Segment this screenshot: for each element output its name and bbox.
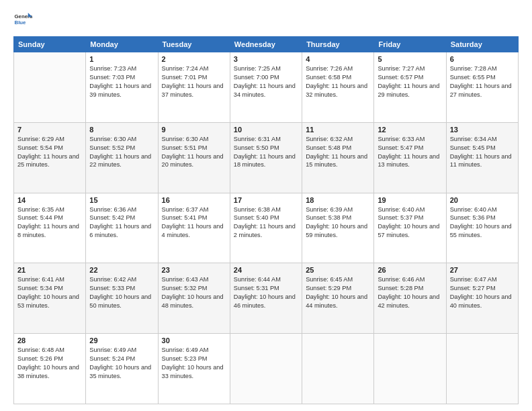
day-info: Sunrise: 7:24 AMSunset: 7:01 PMDaylight:… (162, 64, 226, 99)
day-info: Sunrise: 7:23 AMSunset: 7:03 PMDaylight:… (89, 64, 154, 99)
calendar-table: SundayMondayTuesdayWednesdayThursdayFrid… (13, 36, 519, 404)
calendar-cell: 6Sunrise: 7:28 AMSunset: 6:55 PMDaylight… (446, 52, 518, 123)
calendar-cell: 13Sunrise: 6:34 AMSunset: 5:45 PMDayligh… (446, 122, 518, 193)
calendar-cell: 1Sunrise: 7:23 AMSunset: 7:03 PMDaylight… (86, 52, 158, 123)
day-number: 26 (378, 266, 442, 274)
day-number: 2 (162, 55, 226, 63)
day-info: Sunrise: 6:37 AMSunset: 5:41 PMDaylight:… (162, 205, 226, 240)
day-number: 6 (450, 55, 515, 63)
calendar-cell (374, 334, 446, 404)
calendar-cell: 23Sunrise: 6:43 AMSunset: 5:32 PMDayligh… (158, 263, 230, 334)
day-info: Sunrise: 6:30 AMSunset: 5:52 PMDaylight:… (89, 135, 154, 170)
day-number: 18 (306, 196, 370, 204)
day-number: 21 (17, 266, 82, 274)
calendar-cell: 17Sunrise: 6:38 AMSunset: 5:40 PMDayligh… (230, 193, 302, 263)
weekday-header-tuesday: Tuesday (158, 37, 230, 52)
day-number: 13 (450, 126, 515, 134)
calendar-cell: 11Sunrise: 6:32 AMSunset: 5:48 PMDayligh… (302, 122, 374, 193)
calendar-cell (446, 334, 518, 404)
day-info: Sunrise: 6:47 AMSunset: 5:27 PMDaylight:… (450, 275, 515, 310)
calendar-cell: 15Sunrise: 6:36 AMSunset: 5:42 PMDayligh… (86, 193, 158, 263)
day-info: Sunrise: 6:45 AMSunset: 5:29 PMDaylight:… (306, 275, 370, 310)
day-info: Sunrise: 6:42 AMSunset: 5:33 PMDaylight:… (89, 275, 154, 310)
day-info: Sunrise: 6:41 AMSunset: 5:34 PMDaylight:… (17, 275, 82, 310)
day-info: Sunrise: 6:39 AMSunset: 5:38 PMDaylight:… (306, 205, 370, 240)
day-info: Sunrise: 6:35 AMSunset: 5:44 PMDaylight:… (17, 205, 82, 240)
day-number: 28 (17, 336, 82, 345)
calendar-week-5: 28Sunrise: 6:48 AMSunset: 5:26 PMDayligh… (14, 334, 519, 404)
calendar-cell (230, 334, 302, 404)
day-info: Sunrise: 6:30 AMSunset: 5:51 PMDaylight:… (162, 135, 226, 170)
calendar-cell: 26Sunrise: 6:46 AMSunset: 5:28 PMDayligh… (374, 263, 446, 334)
calendar-cell: 5Sunrise: 7:27 AMSunset: 6:57 PMDaylight… (374, 52, 446, 123)
logo: General Blue (13, 11, 35, 30)
header: General Blue (13, 11, 519, 30)
day-info: Sunrise: 6:49 AMSunset: 5:23 PMDaylight:… (162, 346, 226, 381)
calendar-cell: 18Sunrise: 6:39 AMSunset: 5:38 PMDayligh… (302, 193, 374, 263)
calendar-cell (302, 334, 374, 404)
day-number: 12 (378, 126, 442, 134)
calendar-cell: 29Sunrise: 6:49 AMSunset: 5:24 PMDayligh… (86, 334, 158, 404)
calendar-week-2: 7Sunrise: 6:29 AMSunset: 5:54 PMDaylight… (14, 122, 519, 193)
day-info: Sunrise: 7:27 AMSunset: 6:57 PMDaylight:… (378, 64, 442, 99)
day-info: Sunrise: 6:46 AMSunset: 5:28 PMDaylight:… (378, 275, 442, 310)
svg-text:Blue: Blue (15, 19, 27, 26)
calendar-header-row: SundayMondayTuesdayWednesdayThursdayFrid… (14, 37, 519, 52)
weekday-header-wednesday: Wednesday (230, 37, 302, 52)
day-number: 7 (17, 126, 82, 134)
day-info: Sunrise: 6:32 AMSunset: 5:48 PMDaylight:… (306, 135, 370, 170)
day-number: 29 (89, 336, 154, 345)
calendar-cell: 8Sunrise: 6:30 AMSunset: 5:52 PMDaylight… (86, 122, 158, 193)
day-number: 14 (17, 196, 82, 204)
day-number: 4 (306, 55, 370, 63)
calendar-cell: 16Sunrise: 6:37 AMSunset: 5:41 PMDayligh… (158, 193, 230, 263)
weekday-header-sunday: Sunday (14, 37, 86, 52)
day-number: 17 (234, 196, 298, 204)
day-info: Sunrise: 7:26 AMSunset: 6:58 PMDaylight:… (306, 64, 370, 99)
calendar-cell: 30Sunrise: 6:49 AMSunset: 5:23 PMDayligh… (158, 334, 230, 404)
calendar-cell: 20Sunrise: 6:40 AMSunset: 5:36 PMDayligh… (446, 193, 518, 263)
calendar-cell (14, 52, 86, 123)
calendar-week-1: 1Sunrise: 7:23 AMSunset: 7:03 PMDaylight… (14, 52, 519, 123)
calendar-cell: 4Sunrise: 7:26 AMSunset: 6:58 PMDaylight… (302, 52, 374, 123)
day-number: 1 (89, 55, 154, 63)
weekday-header-friday: Friday (374, 37, 446, 52)
calendar-cell: 14Sunrise: 6:35 AMSunset: 5:44 PMDayligh… (14, 193, 86, 263)
day-number: 20 (450, 196, 515, 204)
page: General Blue SundayMondayTuesdayWednesda… (0, 0, 532, 411)
day-number: 23 (162, 266, 226, 274)
day-info: Sunrise: 6:40 AMSunset: 5:36 PMDaylight:… (450, 205, 515, 240)
day-info: Sunrise: 6:31 AMSunset: 5:50 PMDaylight:… (234, 135, 298, 170)
day-number: 24 (234, 266, 298, 274)
calendar-cell: 22Sunrise: 6:42 AMSunset: 5:33 PMDayligh… (86, 263, 158, 334)
calendar-cell: 10Sunrise: 6:31 AMSunset: 5:50 PMDayligh… (230, 122, 302, 193)
calendar-cell: 27Sunrise: 6:47 AMSunset: 5:27 PMDayligh… (446, 263, 518, 334)
day-info: Sunrise: 6:43 AMSunset: 5:32 PMDaylight:… (162, 275, 226, 310)
day-number: 11 (306, 126, 370, 134)
day-info: Sunrise: 6:38 AMSunset: 5:40 PMDaylight:… (234, 205, 298, 240)
day-info: Sunrise: 6:40 AMSunset: 5:37 PMDaylight:… (378, 205, 442, 240)
logo-icon: General Blue (13, 11, 32, 30)
day-number: 22 (89, 266, 154, 274)
day-number: 19 (378, 196, 442, 204)
day-number: 27 (450, 266, 515, 274)
day-number: 15 (89, 196, 154, 204)
day-info: Sunrise: 6:49 AMSunset: 5:24 PMDaylight:… (89, 346, 154, 381)
weekday-header-saturday: Saturday (446, 37, 518, 52)
calendar-cell: 21Sunrise: 6:41 AMSunset: 5:34 PMDayligh… (14, 263, 86, 334)
calendar-cell: 28Sunrise: 6:48 AMSunset: 5:26 PMDayligh… (14, 334, 86, 404)
calendar-week-3: 14Sunrise: 6:35 AMSunset: 5:44 PMDayligh… (14, 193, 519, 263)
day-info: Sunrise: 6:48 AMSunset: 5:26 PMDaylight:… (17, 346, 82, 381)
day-number: 30 (162, 336, 226, 345)
day-number: 16 (162, 196, 226, 204)
calendar-cell: 9Sunrise: 6:30 AMSunset: 5:51 PMDaylight… (158, 122, 230, 193)
day-info: Sunrise: 6:34 AMSunset: 5:45 PMDaylight:… (450, 135, 515, 170)
calendar-week-4: 21Sunrise: 6:41 AMSunset: 5:34 PMDayligh… (14, 263, 519, 334)
day-info: Sunrise: 7:28 AMSunset: 6:55 PMDaylight:… (450, 64, 515, 99)
day-info: Sunrise: 7:25 AMSunset: 7:00 PMDaylight:… (234, 64, 298, 99)
day-number: 5 (378, 55, 442, 63)
calendar-cell: 19Sunrise: 6:40 AMSunset: 5:37 PMDayligh… (374, 193, 446, 263)
day-info: Sunrise: 6:44 AMSunset: 5:31 PMDaylight:… (234, 275, 298, 310)
calendar-cell: 7Sunrise: 6:29 AMSunset: 5:54 PMDaylight… (14, 122, 86, 193)
day-info: Sunrise: 6:29 AMSunset: 5:54 PMDaylight:… (17, 135, 82, 170)
